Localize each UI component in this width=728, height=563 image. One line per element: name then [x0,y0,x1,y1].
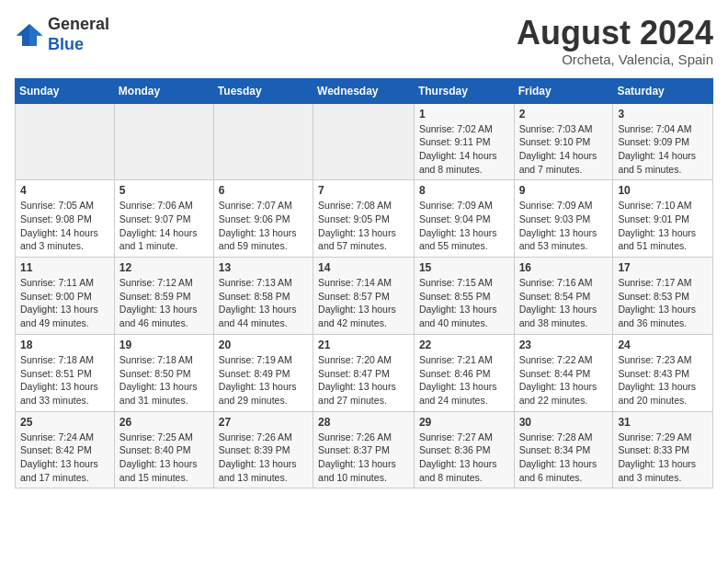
day-info: Sunrise: 7:28 AM Sunset: 8:34 PM Dayligh… [519,431,609,485]
day-info: Sunrise: 7:14 AM Sunset: 8:57 PM Dayligh… [318,276,409,330]
header-cell-monday: Monday [114,78,213,103]
logo-icon [15,22,44,48]
day-number: 11 [20,261,109,274]
day-info: Sunrise: 7:25 AM Sunset: 8:40 PM Dayligh… [119,431,209,485]
day-cell [114,103,213,180]
day-cell: 24Sunrise: 7:23 AM Sunset: 8:43 PM Dayli… [613,334,713,411]
day-cell: 16Sunrise: 7:16 AM Sunset: 8:54 PM Dayli… [514,258,613,335]
day-number: 18 [20,339,109,351]
day-info: Sunrise: 7:18 AM Sunset: 8:51 PM Dayligh… [20,353,109,408]
day-cell [213,103,313,180]
day-number: 25 [20,416,109,429]
day-cell: 21Sunrise: 7:20 AM Sunset: 8:47 PM Dayli… [313,334,415,411]
day-number: 17 [618,261,708,274]
day-number: 23 [519,339,609,351]
day-number: 4 [20,184,109,197]
header-cell-saturday: Saturday [613,78,713,103]
week-row-2: 4Sunrise: 7:05 AM Sunset: 9:08 PM Daylig… [16,180,713,258]
day-cell [313,103,415,180]
day-info: Sunrise: 7:12 AM Sunset: 8:59 PM Dayligh… [119,276,209,330]
day-info: Sunrise: 7:21 AM Sunset: 8:46 PM Dayligh… [419,353,509,408]
header-cell-sunday: Sunday [16,78,115,103]
day-cell: 9Sunrise: 7:09 AM Sunset: 9:03 PM Daylig… [514,180,613,258]
day-cell: 31Sunrise: 7:29 AM Sunset: 8:33 PM Dayli… [613,411,713,488]
day-cell: 4Sunrise: 7:05 AM Sunset: 9:08 PM Daylig… [16,180,115,258]
day-cell: 25Sunrise: 7:24 AM Sunset: 8:42 PM Dayli… [16,411,115,488]
header-row: SundayMondayTuesdayWednesdayThursdayFrid… [16,78,713,103]
day-cell: 7Sunrise: 7:08 AM Sunset: 9:05 PM Daylig… [313,180,415,258]
calendar-header: SundayMondayTuesdayWednesdayThursdayFrid… [16,78,713,103]
header-cell-thursday: Thursday [414,78,514,103]
day-number: 22 [419,339,509,351]
day-number: 5 [119,184,209,197]
day-cell: 27Sunrise: 7:26 AM Sunset: 8:39 PM Dayli… [213,411,313,488]
logo-blue: Blue [48,35,84,53]
calendar-body: 1Sunrise: 7:02 AM Sunset: 9:11 PM Daylig… [16,103,713,488]
day-number: 10 [618,184,708,197]
svg-marker-1 [29,24,42,46]
day-number: 7 [318,184,409,197]
day-info: Sunrise: 7:09 AM Sunset: 9:04 PM Dayligh… [419,199,509,253]
day-info: Sunrise: 7:23 AM Sunset: 8:43 PM Dayligh… [618,353,708,408]
location: Orcheta, Valencia, Spain [517,52,713,67]
day-info: Sunrise: 7:17 AM Sunset: 8:53 PM Dayligh… [618,276,708,330]
day-number: 19 [119,339,209,351]
day-number: 31 [618,416,708,429]
day-info: Sunrise: 7:27 AM Sunset: 8:36 PM Dayligh… [419,431,509,485]
day-info: Sunrise: 7:02 AM Sunset: 9:11 PM Dayligh… [419,122,509,177]
day-info: Sunrise: 7:19 AM Sunset: 8:49 PM Dayligh… [219,353,308,408]
day-number: 21 [318,339,409,351]
day-cell: 28Sunrise: 7:26 AM Sunset: 8:37 PM Dayli… [313,411,415,488]
day-cell: 20Sunrise: 7:19 AM Sunset: 8:49 PM Dayli… [213,334,313,411]
day-cell: 11Sunrise: 7:11 AM Sunset: 9:00 PM Dayli… [16,258,115,335]
logo: General Blue [15,15,109,54]
day-info: Sunrise: 7:04 AM Sunset: 9:09 PM Dayligh… [618,122,708,177]
day-number: 8 [419,184,509,197]
day-cell: 22Sunrise: 7:21 AM Sunset: 8:46 PM Dayli… [414,334,514,411]
day-cell: 15Sunrise: 7:15 AM Sunset: 8:55 PM Dayli… [414,258,514,335]
header-cell-friday: Friday [514,78,613,103]
day-cell: 29Sunrise: 7:27 AM Sunset: 8:36 PM Dayli… [414,411,514,488]
day-number: 28 [318,416,409,429]
day-cell: 18Sunrise: 7:18 AM Sunset: 8:51 PM Dayli… [16,334,115,411]
day-info: Sunrise: 7:26 AM Sunset: 8:37 PM Dayligh… [318,431,409,485]
day-info: Sunrise: 7:06 AM Sunset: 9:07 PM Dayligh… [119,199,209,253]
day-cell: 12Sunrise: 7:12 AM Sunset: 8:59 PM Dayli… [114,258,213,335]
day-cell: 14Sunrise: 7:14 AM Sunset: 8:57 PM Dayli… [313,258,415,335]
day-info: Sunrise: 7:07 AM Sunset: 9:06 PM Dayligh… [219,199,308,253]
day-info: Sunrise: 7:18 AM Sunset: 8:50 PM Dayligh… [119,353,209,408]
day-number: 24 [618,339,708,351]
header-cell-tuesday: Tuesday [213,78,313,103]
day-number: 15 [419,261,509,274]
day-cell: 13Sunrise: 7:13 AM Sunset: 8:58 PM Dayli… [213,258,313,335]
day-info: Sunrise: 7:05 AM Sunset: 9:08 PM Dayligh… [20,199,109,253]
day-cell: 30Sunrise: 7:28 AM Sunset: 8:34 PM Dayli… [514,411,613,488]
day-number: 3 [618,108,708,121]
day-number: 26 [119,416,209,429]
day-info: Sunrise: 7:11 AM Sunset: 9:00 PM Dayligh… [20,276,109,330]
week-row-3: 11Sunrise: 7:11 AM Sunset: 9:00 PM Dayli… [16,258,713,335]
day-cell: 5Sunrise: 7:06 AM Sunset: 9:07 PM Daylig… [114,180,213,258]
header-cell-wednesday: Wednesday [313,78,415,103]
day-number: 1 [419,108,509,121]
page-header: General Blue August 2024 Orcheta, Valenc… [15,15,713,67]
day-cell: 8Sunrise: 7:09 AM Sunset: 9:04 PM Daylig… [414,180,514,258]
day-cell: 1Sunrise: 7:02 AM Sunset: 9:11 PM Daylig… [414,103,514,180]
day-info: Sunrise: 7:20 AM Sunset: 8:47 PM Dayligh… [318,353,409,408]
calendar-table: SundayMondayTuesdayWednesdayThursdayFrid… [15,78,713,489]
day-number: 16 [519,261,609,274]
week-row-1: 1Sunrise: 7:02 AM Sunset: 9:11 PM Daylig… [16,103,713,180]
day-cell: 6Sunrise: 7:07 AM Sunset: 9:06 PM Daylig… [213,180,313,258]
day-info: Sunrise: 7:26 AM Sunset: 8:39 PM Dayligh… [219,431,308,485]
day-cell: 23Sunrise: 7:22 AM Sunset: 8:44 PM Dayli… [514,334,613,411]
title-block: August 2024 Orcheta, Valencia, Spain [517,15,713,67]
week-row-4: 18Sunrise: 7:18 AM Sunset: 8:51 PM Dayli… [16,334,713,411]
day-info: Sunrise: 7:03 AM Sunset: 9:10 PM Dayligh… [519,122,609,177]
day-number: 12 [119,261,209,274]
day-number: 6 [219,184,308,197]
month-title: August 2024 [517,15,713,52]
day-info: Sunrise: 7:10 AM Sunset: 9:01 PM Dayligh… [618,199,708,253]
day-number: 29 [419,416,509,429]
day-cell: 26Sunrise: 7:25 AM Sunset: 8:40 PM Dayli… [114,411,213,488]
day-number: 30 [519,416,609,429]
